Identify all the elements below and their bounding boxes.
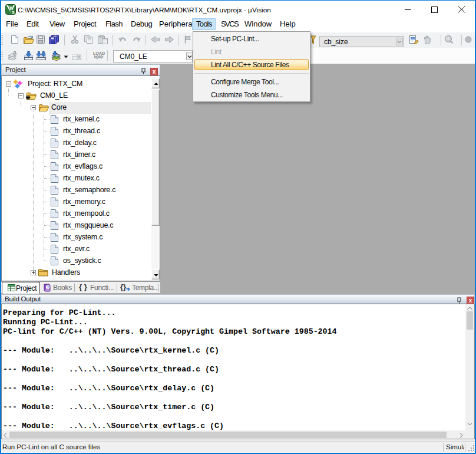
svg-text:LOAD: LOAD — [93, 51, 105, 55]
svg-text:@: @ — [447, 36, 452, 42]
svg-text:5: 5 — [12, 10, 15, 15]
svg-text:?: ? — [47, 285, 49, 289]
